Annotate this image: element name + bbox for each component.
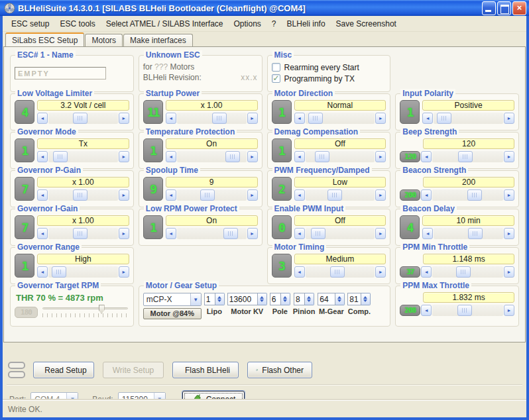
scroll-right-button[interactable]: ► bbox=[119, 189, 129, 201]
scroll-thumb[interactable] bbox=[73, 189, 88, 201]
maximize-button[interactable] bbox=[497, 1, 511, 15]
menu-save-screenshot[interactable]: Save Screenshot bbox=[331, 17, 401, 30]
scroll-right-button[interactable]: ► bbox=[504, 189, 514, 201]
programming-by-tx-checkbox[interactable] bbox=[272, 74, 280, 83]
scroll-thumb[interactable] bbox=[212, 113, 227, 124]
scroll-left-button[interactable]: ◄ bbox=[166, 189, 176, 201]
minimize-button[interactable] bbox=[482, 1, 496, 15]
scroll-thumb[interactable] bbox=[315, 151, 329, 162]
pinion-spinner[interactable] bbox=[305, 293, 314, 305]
menu-blheli-info[interactable]: BLHeli info bbox=[282, 17, 330, 30]
slider-thumb[interactable] bbox=[99, 305, 105, 314]
scroll-thumb[interactable] bbox=[52, 266, 66, 278]
scroll-track[interactable] bbox=[432, 151, 503, 162]
menu-select-interface[interactable]: Select ATMEL / SILABS Interface bbox=[101, 17, 228, 30]
scroll-left-button[interactable]: ◄ bbox=[294, 113, 305, 124]
scroll-thumb[interactable] bbox=[311, 228, 325, 239]
scroll-track[interactable] bbox=[306, 228, 375, 239]
tab-make-interfaces[interactable]: Make interfaces bbox=[123, 34, 193, 46]
scroll-thumb[interactable] bbox=[73, 113, 88, 124]
pole-spinner[interactable] bbox=[281, 293, 290, 305]
scroll-right-button[interactable]: ► bbox=[375, 228, 386, 239]
scroll-thumb[interactable] bbox=[200, 189, 215, 201]
scroll-right-button[interactable]: ► bbox=[375, 189, 386, 201]
scroll-left-button[interactable]: ◄ bbox=[166, 228, 176, 239]
scroll-left-button[interactable]: ◄ bbox=[422, 228, 433, 239]
scroll-track[interactable] bbox=[432, 189, 503, 201]
scroll-track[interactable] bbox=[177, 189, 247, 201]
scroll-left-button[interactable]: ◄ bbox=[294, 189, 305, 201]
scroll-left-button[interactable]: ◄ bbox=[294, 151, 305, 162]
scroll-track[interactable] bbox=[306, 266, 375, 278]
scroll-right-button[interactable]: ► bbox=[504, 151, 514, 162]
scroll-left-button[interactable]: ◄ bbox=[422, 113, 433, 124]
scroll-left-button[interactable]: ◄ bbox=[421, 266, 432, 278]
scroll-left-button[interactable]: ◄ bbox=[37, 113, 48, 124]
scroll-left-button[interactable]: ◄ bbox=[421, 189, 432, 201]
scroll-track[interactable] bbox=[432, 266, 503, 278]
scroll-right-button[interactable]: ► bbox=[119, 228, 129, 239]
motor-preset-combobox[interactable]: mCP-X ▼ bbox=[143, 293, 202, 306]
write-setup-button[interactable]: Write Setup bbox=[103, 362, 164, 378]
lipo-spinner[interactable] bbox=[215, 293, 225, 305]
scroll-right-button[interactable]: ► bbox=[119, 266, 129, 278]
scroll-thumb[interactable] bbox=[467, 189, 482, 201]
scroll-thumb[interactable] bbox=[456, 266, 471, 278]
scroll-track[interactable] bbox=[177, 113, 247, 124]
pole-field[interactable]: 6 bbox=[270, 293, 281, 305]
menu-esc-setup[interactable]: ESC setup bbox=[7, 17, 54, 30]
pinion-field[interactable]: 8 bbox=[294, 293, 305, 305]
scroll-track[interactable] bbox=[48, 189, 118, 201]
tab-silabs-esc-setup[interactable]: SiLabs ESC Setup bbox=[5, 32, 84, 46]
menu-options[interactable]: Options bbox=[229, 17, 265, 30]
scroll-left-button[interactable]: ◄ bbox=[421, 305, 432, 316]
scroll-right-button[interactable]: ► bbox=[504, 266, 514, 278]
scroll-right-button[interactable]: ► bbox=[247, 228, 258, 239]
scroll-track[interactable] bbox=[48, 151, 118, 162]
scroll-left-button[interactable]: ◄ bbox=[37, 151, 48, 162]
scroll-thumb[interactable] bbox=[308, 113, 323, 124]
scroll-track[interactable] bbox=[48, 266, 118, 278]
menu-esc-tools[interactable]: ESC tools bbox=[55, 17, 99, 30]
scroll-left-button[interactable]: ◄ bbox=[37, 266, 48, 278]
scroll-thumb[interactable] bbox=[468, 228, 483, 239]
scroll-right-button[interactable]: ► bbox=[247, 113, 258, 124]
scroll-thumb[interactable] bbox=[73, 228, 88, 239]
scroll-right-button[interactable]: ► bbox=[247, 151, 258, 162]
scroll-left-button[interactable]: ◄ bbox=[421, 151, 432, 162]
m-gear-spinner[interactable] bbox=[335, 293, 345, 305]
scroll-left-button[interactable]: ◄ bbox=[166, 151, 176, 162]
motor-percent-button[interactable]: Motor @84% bbox=[143, 308, 202, 319]
scroll-track[interactable] bbox=[48, 113, 118, 124]
scroll-track[interactable] bbox=[434, 113, 503, 124]
read-setup-button[interactable]: Read Setup bbox=[33, 362, 94, 378]
scroll-track[interactable] bbox=[306, 189, 375, 201]
scroll-track[interactable] bbox=[177, 228, 247, 239]
scroll-right-button[interactable]: ► bbox=[375, 113, 386, 124]
scroll-thumb[interactable] bbox=[53, 151, 68, 162]
motor-kv-field[interactable]: 13600 bbox=[227, 293, 258, 305]
tab-motors[interactable]: Motors bbox=[85, 34, 123, 46]
scroll-track[interactable] bbox=[432, 305, 503, 316]
scroll-thumb[interactable] bbox=[437, 113, 451, 124]
close-button[interactable]: × bbox=[512, 1, 526, 15]
m-gear-field[interactable]: 64 bbox=[318, 293, 335, 305]
comp-field[interactable]: 81 bbox=[347, 293, 361, 305]
scroll-right-button[interactable]: ► bbox=[504, 305, 514, 316]
rearming-checkbox[interactable] bbox=[272, 63, 280, 72]
scroll-right-button[interactable]: ► bbox=[119, 151, 129, 162]
motor-kv-spinner[interactable] bbox=[258, 293, 267, 305]
menu-help[interactable]: ? bbox=[267, 17, 281, 30]
target-rpm-slider[interactable] bbox=[41, 305, 129, 319]
scroll-right-button[interactable]: ► bbox=[504, 113, 514, 124]
comp-spinner[interactable] bbox=[361, 293, 371, 305]
scroll-left-button[interactable]: ◄ bbox=[294, 266, 305, 278]
scroll-left-button[interactable]: ◄ bbox=[37, 189, 48, 201]
scroll-track[interactable] bbox=[177, 151, 247, 162]
scroll-right-button[interactable]: ► bbox=[119, 113, 129, 124]
scroll-track[interactable] bbox=[434, 228, 503, 239]
scroll-thumb[interactable] bbox=[327, 189, 342, 201]
scroll-right-button[interactable]: ► bbox=[247, 189, 258, 201]
flash-other-button[interactable]: Flash Other bbox=[247, 362, 312, 378]
scroll-thumb[interactable] bbox=[225, 151, 240, 162]
